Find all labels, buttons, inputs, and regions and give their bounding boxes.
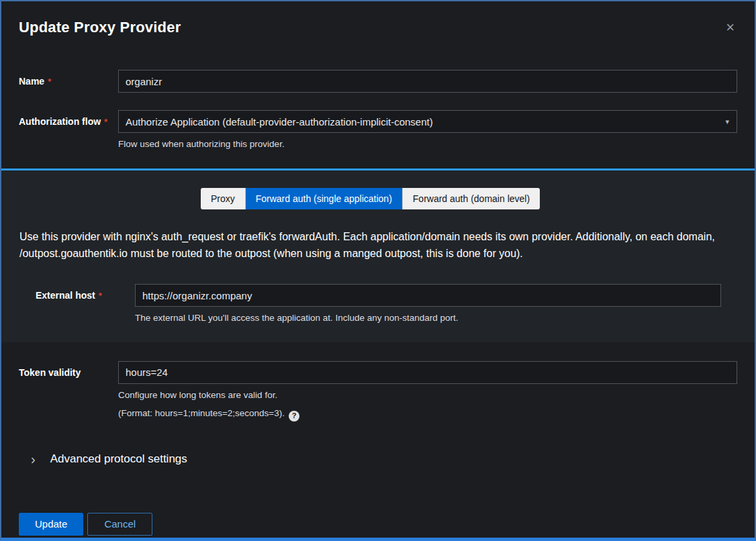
modal-body: Name* Authorization flow* Authorize Appl… <box>1 70 755 536</box>
authorization-flow-help: Flow used when authorizing this provider… <box>118 138 737 151</box>
external-host-row: External host* The external URL you'll a… <box>36 284 721 325</box>
token-validity-input[interactable] <box>118 361 737 384</box>
update-button[interactable]: Update <box>19 513 83 536</box>
modal-header: Update Proxy Provider × <box>1 1 755 36</box>
tab-proxy[interactable]: Proxy <box>201 188 246 209</box>
close-icon: × <box>726 19 735 36</box>
token-validity-label-text: Token validity <box>19 367 81 378</box>
proxy-mode-panel: Proxy Forward auth (single application) … <box>1 168 755 342</box>
external-host-input[interactable] <box>135 284 721 307</box>
required-marker: * <box>99 291 102 301</box>
external-host-label: External host* <box>36 284 135 301</box>
advanced-protocol-settings-toggle[interactable]: › Advanced protocol settings <box>19 452 737 466</box>
external-host-control: The external URL you'll access the appli… <box>135 284 721 325</box>
token-validity-control: Configure how long tokens are valid for.… <box>118 361 737 422</box>
mode-description: Use this provider with nginx's auth_requ… <box>19 228 721 262</box>
update-proxy-provider-modal: Update Proxy Provider × Name* Authorizat… <box>0 0 756 541</box>
caret-down-icon: ▾ <box>725 117 729 126</box>
cancel-button[interactable]: Cancel <box>87 513 152 536</box>
name-control <box>118 70 737 93</box>
external-host-help: The external URL you'll access the appli… <box>135 312 721 325</box>
required-marker: * <box>48 77 51 87</box>
proxy-mode-toggle-group: Proxy Forward auth (single application) … <box>19 188 721 209</box>
token-validity-row: Token validity Configure how long tokens… <box>19 361 737 422</box>
advanced-protocol-settings-label: Advanced protocol settings <box>50 452 187 466</box>
authorization-flow-select[interactable]: Authorize Application (default-provider-… <box>118 110 737 133</box>
name-label-text: Name <box>19 76 44 87</box>
authorization-flow-label-text: Authorization flow <box>19 116 101 127</box>
authorization-flow-row: Authorization flow* Authorize Applicatio… <box>19 110 737 151</box>
name-label: Name* <box>19 70 118 87</box>
required-marker: * <box>104 117 107 127</box>
authorization-flow-label: Authorization flow* <box>19 110 118 127</box>
page-title: Update Proxy Provider <box>19 19 181 36</box>
modal-footer: Update Cancel <box>19 513 737 536</box>
token-validity-help: Configure how long tokens are valid for. <box>118 389 737 402</box>
tab-forward-auth-single-application[interactable]: Forward auth (single application) <box>246 188 403 209</box>
help-icon[interactable]: ? <box>289 411 299 422</box>
name-input[interactable] <box>118 70 737 93</box>
tab-forward-auth-domain-level[interactable]: Forward auth (domain level) <box>403 188 540 209</box>
external-host-label-text: External host <box>36 290 95 301</box>
authorization-flow-selected-value: Authorize Application (default-provider-… <box>126 116 433 128</box>
token-validity-format-text: (Format: hours=1;minutes=2;seconds=3). <box>118 408 285 418</box>
close-button[interactable]: × <box>723 19 737 36</box>
authorization-flow-control: Authorize Application (default-provider-… <box>118 110 737 151</box>
chevron-right-icon: › <box>31 452 36 466</box>
name-field-row: Name* <box>19 70 737 93</box>
token-validity-format-help: (Format: hours=1;minutes=2;seconds=3).? <box>118 407 737 422</box>
token-validity-label: Token validity <box>19 361 118 378</box>
